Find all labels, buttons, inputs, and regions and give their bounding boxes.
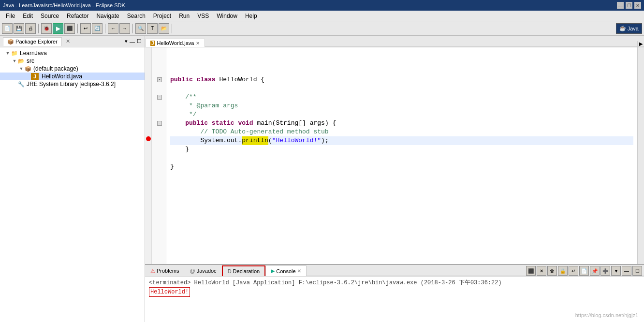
code-arg: ( bbox=[268, 136, 272, 145]
comment-todo: // TODO Auto-generated method stub bbox=[170, 128, 329, 136]
declaration-icon: D bbox=[228, 268, 232, 274]
menu-vss[interactable]: VSS bbox=[193, 12, 213, 20]
sidebar-max-icon[interactable]: ☐ bbox=[137, 38, 142, 44]
bottom-panel: ⚠ Problems @ Javadoc D Declaration ▶ Con… bbox=[145, 264, 644, 322]
gutter-3 bbox=[145, 65, 151, 73]
back-button[interactable]: ↩ bbox=[80, 23, 91, 34]
javadoc-icon: @ bbox=[190, 268, 195, 274]
editor-tab-label: HelloWorld.java bbox=[157, 40, 194, 46]
editor-tab-helloworld[interactable]: J HelloWorld.java ✕ bbox=[145, 39, 205, 47]
icon-jre: 🔧 bbox=[17, 81, 25, 88]
java-label: Java bbox=[628, 26, 639, 31]
minimize-button[interactable]: — bbox=[617, 2, 624, 9]
sidebar-menu-icon[interactable]: ▾ bbox=[125, 38, 128, 44]
console-icon: ▶ bbox=[271, 268, 275, 274]
menu-source[interactable]: Source bbox=[37, 12, 63, 20]
new-button[interactable]: 📄 bbox=[2, 23, 13, 34]
arrow-learnjava: ▼ bbox=[5, 50, 11, 56]
declaration-label: Declaration bbox=[233, 268, 260, 274]
sidebar-close-icon[interactable]: ✕ bbox=[66, 38, 70, 44]
menu-edit[interactable]: Edit bbox=[19, 12, 37, 20]
fold-javadoc[interactable]: - bbox=[157, 95, 162, 100]
tree-item-learnjava[interactable]: ▼ 📁 LearnJava bbox=[0, 49, 145, 57]
ln-13 bbox=[153, 154, 165, 162]
gutter-8 bbox=[145, 108, 151, 117]
gutter-11 bbox=[145, 134, 151, 143]
console-menu-btn[interactable]: ▾ bbox=[611, 266, 621, 276]
tab-problems[interactable]: ⚠ Problems bbox=[145, 265, 184, 276]
stop-console-btn[interactable]: ⬛ bbox=[526, 266, 536, 276]
tab-javadoc[interactable]: @ Javadoc bbox=[184, 265, 221, 276]
package-explorer-tab[interactable]: 📦 Package Explorer bbox=[3, 37, 62, 46]
label-helloworld: HelloWorld.java bbox=[42, 73, 82, 80]
gutter-1 bbox=[145, 47, 151, 56]
arrow-jre bbox=[12, 81, 17, 87]
open-file-btn[interactable]: 📄 bbox=[579, 266, 589, 276]
ln-fold-6: - bbox=[153, 93, 165, 102]
console-terminated-line: <terminated> HelloWorld [Java Applicatio… bbox=[149, 278, 640, 287]
menu-refactor[interactable]: Refactor bbox=[63, 12, 92, 20]
word-wrap-btn[interactable]: ↵ bbox=[569, 266, 578, 276]
ln-14 bbox=[153, 162, 165, 171]
icon-src: 📂 bbox=[17, 58, 25, 64]
sidebar-min-icon[interactable]: — bbox=[130, 39, 135, 44]
editor-tab-close[interactable]: ✕ bbox=[196, 41, 200, 46]
editor-scroll-right[interactable]: ▶ bbox=[637, 41, 644, 47]
code-area[interactable]: public class HelloWorld { /** * @param a… bbox=[166, 47, 637, 264]
new-console-btn[interactable]: ➕ bbox=[600, 266, 610, 276]
separator-5 bbox=[172, 24, 172, 33]
bottom-tabs: ⚠ Problems @ Javadoc D Declaration ▶ Con… bbox=[145, 265, 644, 277]
java-icon: ☕ bbox=[619, 25, 626, 31]
kw-public-1: public bbox=[170, 75, 197, 84]
tree-item-helloworld[interactable]: J HelloWorld.java bbox=[0, 73, 145, 80]
close-button[interactable]: ✕ bbox=[634, 2, 641, 9]
open-resource-button[interactable]: 📂 bbox=[159, 23, 169, 34]
prev-edit-button[interactable]: ← bbox=[108, 23, 118, 34]
problems-label: Problems bbox=[157, 268, 179, 274]
fold-class[interactable]: - bbox=[157, 77, 162, 82]
console-max-btn[interactable]: ☐ bbox=[632, 266, 642, 276]
stop-button[interactable]: ⬛ bbox=[64, 23, 75, 34]
menu-file[interactable]: File bbox=[2, 12, 19, 20]
tab-declaration[interactable]: D Declaration bbox=[222, 265, 266, 276]
save-button[interactable]: 💾 bbox=[14, 23, 24, 34]
run-button[interactable]: ▶ bbox=[53, 23, 63, 34]
comment-1: /** bbox=[170, 93, 197, 102]
console-min-btn[interactable]: — bbox=[622, 266, 631, 276]
refresh-button[interactable]: 🔄 bbox=[92, 23, 102, 34]
menu-help[interactable]: Help bbox=[241, 12, 261, 20]
java-perspective-button[interactable]: ☕ Java bbox=[616, 23, 642, 34]
next-edit-button[interactable]: → bbox=[119, 23, 130, 34]
tree-item-src[interactable]: ▼ 📂 src bbox=[0, 57, 145, 65]
maximize-button[interactable]: ☐ bbox=[626, 2, 632, 9]
fold-method[interactable]: - bbox=[157, 121, 162, 126]
package-explorer-label: Package Explorer bbox=[15, 39, 58, 44]
code-system: System.out. bbox=[170, 136, 242, 145]
pin-console-btn[interactable]: 📌 bbox=[590, 266, 600, 276]
console-output-text: HelloWorld! bbox=[149, 287, 190, 297]
menu-search[interactable]: Search bbox=[123, 12, 149, 20]
clear-console-btn[interactable]: 🗑 bbox=[547, 266, 557, 276]
code-line-10: // TODO Auto-generated method stub bbox=[170, 128, 633, 136]
tab-console[interactable]: ▶ Console ✕ bbox=[265, 265, 306, 276]
label-learnjava: LearnJava bbox=[20, 50, 47, 57]
remove-all-btn[interactable]: ✕ bbox=[537, 266, 546, 276]
tree-item-jre[interactable]: 🔧 JRE System Library [eclipse-3.6.2] bbox=[0, 80, 145, 88]
console-close[interactable]: ✕ bbox=[297, 268, 301, 274]
code-line-12: } bbox=[170, 145, 633, 154]
scrollbar-right[interactable] bbox=[637, 47, 644, 264]
code-line-6: /** bbox=[170, 93, 633, 102]
debug-button[interactable]: 🐞 bbox=[41, 23, 52, 34]
code-line-14: } bbox=[170, 162, 633, 171]
editor-bottom-wrapper: J HelloWorld.java ✕ ▶ bbox=[145, 36, 644, 322]
menu-project[interactable]: Project bbox=[149, 12, 175, 20]
open-type-button[interactable]: T bbox=[147, 23, 158, 34]
menu-navigate[interactable]: Navigate bbox=[92, 12, 123, 20]
arrow-helloworld bbox=[25, 73, 31, 79]
scroll-lock-btn[interactable]: 🔒 bbox=[558, 266, 568, 276]
search-button[interactable]: 🔍 bbox=[135, 23, 146, 34]
tree-item-default-package[interactable]: ▼ 📦 (default package) bbox=[0, 65, 145, 73]
menu-window[interactable]: Window bbox=[213, 12, 241, 20]
print-button[interactable]: 🖨 bbox=[25, 23, 36, 34]
menu-run[interactable]: Run bbox=[175, 12, 193, 20]
